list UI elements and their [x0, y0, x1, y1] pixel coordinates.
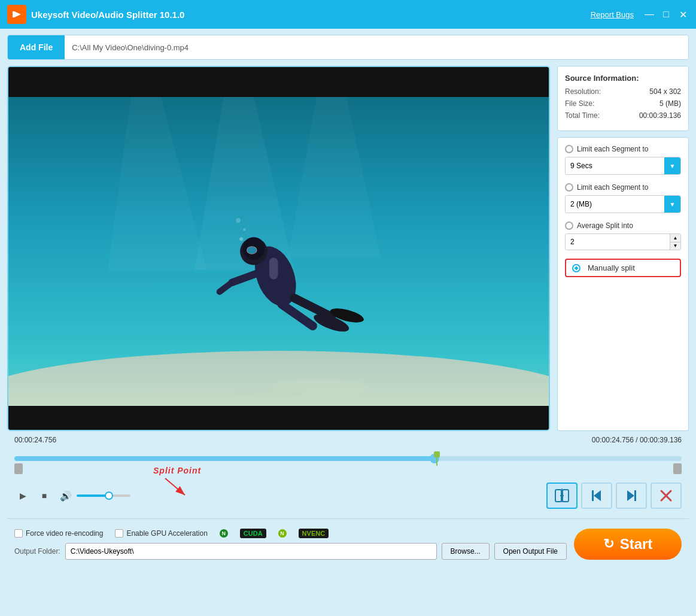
timeline-track[interactable] — [14, 456, 682, 461]
video-scene — [8, 97, 549, 406]
trim-handle-right[interactable] — [673, 463, 682, 474]
limit-mb-group: Limit each Segment to ▼ — [565, 183, 681, 213]
video-panel — [7, 66, 550, 431]
avg-split-down-button[interactable]: ▼ — [670, 242, 680, 250]
svg-marker-33 — [627, 490, 634, 501]
options-panel: Limit each Segment to ▼ Limit each Segme… — [557, 137, 689, 431]
split-marker — [434, 451, 440, 466]
bottom-section: Force video re-encoding Enable GPU Accel… — [14, 529, 682, 560]
resolution-row: Resolution: 504 x 302 — [565, 87, 681, 96]
svg-rect-34 — [634, 490, 636, 501]
open-output-button[interactable]: Open Output File — [494, 543, 567, 560]
svg-rect-21 — [269, 257, 278, 279]
force-reencode-item: Force video re-encoding — [14, 529, 103, 538]
start-button[interactable]: ↻ Start — [574, 529, 682, 560]
video-container — [8, 67, 549, 430]
add-file-button[interactable]: Add File — [8, 35, 65, 59]
current-time-left: 00:00:24.756 — [14, 436, 56, 444]
manually-split-label: Manually split — [588, 263, 635, 272]
app-icon — [7, 5, 26, 24]
right-panel: Source Information: Resolution: 504 x 30… — [557, 66, 689, 431]
cuda-badge: CUDA — [240, 529, 266, 538]
totaltime-row: Total Time: 00:00:39.136 — [565, 111, 681, 120]
source-info-title: Source Information: — [565, 74, 681, 83]
delete-segment-button[interactable] — [651, 483, 682, 509]
avg-split-up-button[interactable]: ▲ — [670, 234, 680, 242]
nvenc-badge: NVENC — [299, 529, 329, 538]
report-bugs-link[interactable]: Report Bugs — [591, 10, 634, 19]
file-path-display: C:\All My Video\One\diving-0.mp4 — [65, 43, 196, 52]
go-to-start-button[interactable] — [581, 483, 612, 509]
limit-mb-input[interactable] — [566, 196, 665, 213]
split-point-label: Split Point — [153, 466, 201, 475]
limit-mb-label: Limit each Segment to — [577, 183, 648, 192]
limit-mb-dropdown-arrow[interactable]: ▼ — [664, 196, 680, 213]
nvidia-logo-icon: N — [220, 529, 228, 538]
manually-split-box: Manually split — [565, 259, 681, 277]
gpu-accel-item: Enable GPU Acceleration — [115, 529, 207, 538]
svg-point-19 — [243, 229, 245, 231]
checkboxes-row: Force video re-encoding Enable GPU Accel… — [14, 529, 567, 538]
timeline-area — [7, 456, 689, 475]
stop-button[interactable]: ■ — [36, 487, 53, 504]
totaltime-value: 00:00:39.136 — [639, 111, 681, 120]
limit-time-input[interactable] — [566, 157, 665, 174]
playback-controls: ▶ ■ 🔊 Split Point — [7, 478, 689, 514]
output-controls: Force video re-encoding Enable GPU Accel… — [14, 529, 567, 560]
limit-mb-select-wrapper: ▼ — [565, 195, 681, 213]
output-row: Output Folder: Browse... Open Output Fil… — [14, 543, 567, 560]
manually-split-radio[interactable] — [572, 264, 580, 272]
filesize-label: File Size: — [565, 99, 594, 108]
gpu-accel-checkbox[interactable] — [115, 529, 123, 538]
volume-slider[interactable] — [77, 494, 130, 497]
source-info-panel: Source Information: Resolution: 504 x 30… — [557, 66, 689, 131]
volume-icon: 🔊 — [60, 490, 72, 502]
main-content: Add File C:\All My Video\One\diving-0.mp… — [0, 29, 696, 616]
output-path-input[interactable] — [65, 543, 437, 560]
play-button[interactable]: ▶ — [14, 487, 31, 504]
svg-marker-31 — [594, 490, 601, 501]
split-arrow-icon — [162, 475, 192, 499]
add-split-point-button[interactable] — [546, 483, 578, 509]
file-bar: Add File C:\All My Video\One\diving-0.mp… — [7, 35, 689, 60]
limit-time-dropdown-arrow[interactable]: ▼ — [664, 157, 680, 174]
force-reencode-label: Force video re-encoding — [26, 529, 103, 538]
svg-rect-2 — [13, 11, 14, 17]
gpu-accel-label: Enable GPU Acceleration — [126, 529, 207, 538]
title-bar-left: Ukeysoft Video/Audio Splitter 10.1.0 — [7, 5, 184, 24]
avg-split-row: Average Split into — [565, 221, 681, 230]
nvenc-logo-icon: N — [278, 529, 287, 538]
totaltime-label: Total Time: — [565, 111, 600, 120]
add-split-icon — [554, 487, 570, 504]
go-start-icon — [589, 488, 604, 503]
avg-split-spinner-btns: ▲ ▼ — [670, 234, 680, 250]
minimize-button[interactable]: — — [643, 9, 655, 20]
limit-time-select-wrapper: ▼ — [565, 157, 681, 175]
svg-point-18 — [239, 237, 243, 241]
video-black-top — [8, 67, 549, 97]
volume-thumb — [105, 491, 113, 500]
maximize-button[interactable]: □ — [660, 9, 672, 20]
avg-split-radio[interactable] — [565, 221, 573, 230]
avg-split-spinner: ▲ ▼ — [565, 233, 681, 250]
output-folder-label: Output Folder: — [14, 547, 60, 556]
trim-handle-left[interactable] — [14, 463, 23, 474]
close-button[interactable]: ✕ — [677, 9, 689, 20]
svg-line-25 — [165, 478, 185, 495]
time-display-row: 00:00:24.756 00:00:24.756 / 00:00:39.136 — [7, 436, 689, 444]
svg-point-23 — [232, 385, 307, 397]
underwater-svg — [8, 97, 549, 406]
limit-time-label: Limit each Segment to — [577, 145, 648, 153]
svg-point-11 — [247, 247, 257, 254]
avg-split-input[interactable] — [566, 234, 670, 250]
force-reencode-checkbox[interactable] — [14, 529, 23, 538]
limit-time-row: Limit each Segment to — [565, 145, 681, 153]
delete-icon — [658, 488, 674, 503]
go-to-end-button[interactable] — [616, 483, 647, 509]
browse-button[interactable]: Browse... — [442, 543, 490, 560]
limit-time-radio[interactable] — [565, 145, 573, 153]
limit-mb-radio[interactable] — [565, 183, 573, 192]
resolution-value: 504 x 302 — [649, 87, 681, 96]
bottom-bar: Force video re-encoding Enable GPU Accel… — [7, 518, 689, 565]
resolution-label: Resolution: — [565, 87, 601, 96]
